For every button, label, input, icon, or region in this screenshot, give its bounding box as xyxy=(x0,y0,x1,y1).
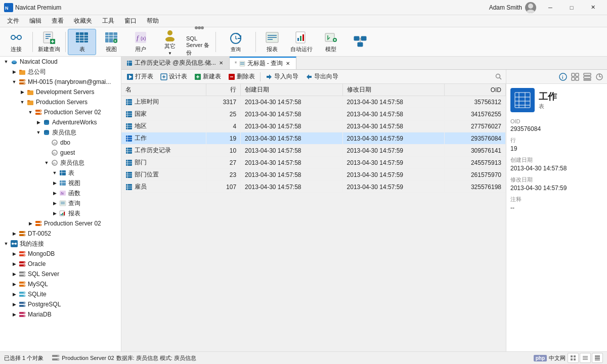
sidebar-item-oracle[interactable]: ▶ Oracle xyxy=(0,259,121,269)
new-table-button[interactable]: 新建表 xyxy=(191,71,224,82)
sidebar-item-zongsi[interactable]: ▶ 总公司 xyxy=(0,67,121,77)
tabs-bar: 工作历史记录 @庾员信息.储... ✕ * 无标题 - 查询 ✕ xyxy=(121,57,607,70)
svg-rect-207 xyxy=(513,90,532,110)
sidebar-item-adventureworks[interactable]: ▶ AdventureWorks xyxy=(0,117,121,127)
svg-rect-55 xyxy=(358,42,363,47)
sidebar-item-mariadb[interactable]: ▶ MariaDB xyxy=(0,309,121,320)
sidebar-item-my-connections[interactable]: ▼ 我的连接 xyxy=(0,239,121,249)
table-row[interactable]: 工作 19 2013-04-30 14:57:58 2013-04-30 14:… xyxy=(121,132,506,145)
sidebar-item-dt0052[interactable]: ▶ DT-0052 xyxy=(0,229,121,239)
search-button[interactable] xyxy=(494,72,504,82)
props-info-button[interactable]: i xyxy=(557,71,569,82)
table-row[interactable]: 地区 4 2013-04-30 14:57:58 2013-04-30 14:5… xyxy=(121,120,506,132)
sidebar-item-functions[interactable]: ▶ fx 函数 xyxy=(0,188,121,198)
cell-modified: 2013-04-30 14:57:59 xyxy=(342,169,444,181)
function-button[interactable]: f(x) 用户 xyxy=(126,29,155,55)
sidebar-item-reports[interactable]: ▶ 报表 xyxy=(0,208,121,218)
model-button[interactable] xyxy=(346,29,374,55)
table-row[interactable]: 部门 27 2013-04-30 14:57:58 2013-04-30 14:… xyxy=(121,157,506,169)
props-btn4[interactable] xyxy=(594,71,605,82)
new-query-icon xyxy=(41,30,57,44)
sidebar-item-guest[interactable]: ▶ db guest xyxy=(0,148,121,158)
mongodb-label: MongoDB xyxy=(28,250,55,257)
status-list-view[interactable] xyxy=(580,353,591,363)
postgresql-icon xyxy=(18,300,26,308)
props-btn3[interactable] xyxy=(582,71,593,82)
status-detail-view[interactable] xyxy=(592,353,603,363)
col-rows: 行 xyxy=(206,84,241,96)
svg-rect-203 xyxy=(584,79,591,80)
minimize-button[interactable]: ─ xyxy=(540,0,560,15)
open-table-button[interactable]: 打开表 xyxy=(123,71,156,82)
sidebar-item-prod-server-02b[interactable]: ▶ Production Server 02 xyxy=(0,218,121,229)
cell-oid: 309576141 xyxy=(445,145,506,157)
sidebar-item-mysql[interactable]: ▶ MySQL xyxy=(0,279,121,289)
sidebar-item-dev-servers[interactable]: ▶ Development Servers xyxy=(0,87,121,97)
sidebar-item-postgresql[interactable]: ▶ PostgreSQL xyxy=(0,299,121,309)
sidebar-item-sqlite[interactable]: ▶ SQLite xyxy=(0,289,121,299)
table-container[interactable]: 名 行 创建日期 修改日期 OID xyxy=(121,84,506,351)
col-oid: OID xyxy=(445,84,506,96)
table-row[interactable]: 部门位置 23 2013-04-30 14:57:58 2013-04-30 1… xyxy=(121,169,506,181)
backup-button[interactable]: 查询 xyxy=(218,29,253,55)
import-wizard-button[interactable]: 导入向导 xyxy=(263,71,301,82)
table-label: 表 xyxy=(79,46,85,53)
menu-tools[interactable]: 工具 xyxy=(97,16,119,26)
connect-button[interactable]: 连接 xyxy=(2,29,30,55)
report-button[interactable]: 自动运行 xyxy=(287,29,316,55)
view-button[interactable]: 视图 xyxy=(97,29,125,55)
sidebar-item-prod-server-02[interactable]: ▼ Production Server 02 xyxy=(0,107,121,117)
table-row[interactable]: 上班时间 3317 2013-04-30 14:57:58 2013-04-30… xyxy=(121,96,506,108)
sidebar-item-tables[interactable]: ▼ 表 xyxy=(0,168,121,178)
history-tab-close[interactable]: ✕ xyxy=(218,60,224,66)
close-button[interactable]: ✕ xyxy=(583,0,603,15)
sidebar-item-queries[interactable]: ▶ 查询 xyxy=(0,198,121,208)
design-table-button[interactable]: 设计表 xyxy=(157,71,190,82)
table-button[interactable]: 表 xyxy=(68,29,96,55)
table-row[interactable]: 雇员 107 2013-04-30 14:57:58 2013-04-30 14… xyxy=(121,181,506,193)
props-btn2[interactable] xyxy=(570,71,581,82)
user-button[interactable]: 其它 ▼ xyxy=(156,29,184,55)
automation-icon xyxy=(323,30,338,44)
svg-rect-91 xyxy=(60,180,66,186)
sidebar-item-dbo[interactable]: ▶ db dbo xyxy=(0,138,121,148)
menu-edit[interactable]: 编辑 xyxy=(24,16,47,26)
sidebar-item-mh0015[interactable]: ▼ MH-0015 (marybrown@gmai... xyxy=(0,77,121,87)
menu-file[interactable]: 文件 xyxy=(2,16,24,26)
expand-icon: ▶ xyxy=(10,68,18,76)
maximize-button[interactable]: □ xyxy=(561,0,582,15)
sidebar-scroll[interactable]: ▼ Navicat Cloud ▶ 总公司 ▼ MH-00 xyxy=(0,57,121,351)
tab-query[interactable]: * 无标题 - 查询 ✕ xyxy=(230,57,296,69)
automation-button[interactable]: 模型 xyxy=(317,29,345,55)
sidebar-item-sqlserver[interactable]: ▶ SQL Server xyxy=(0,269,121,279)
sidebar-item-prod-servers[interactable]: ▼ Production Servers xyxy=(0,97,121,107)
table-row[interactable]: 国家 25 2013-04-30 14:57:58 2013-04-30 14:… xyxy=(121,108,506,120)
expand-icon: ▶ xyxy=(10,230,18,238)
export-wizard-button[interactable]: 导出向导 xyxy=(302,71,341,82)
prod-server-02-label: Production Server 02 xyxy=(44,109,101,116)
delete-table-button[interactable]: 删除表 xyxy=(225,71,258,82)
query-button[interactable]: 报表 xyxy=(258,29,286,55)
toolbar-separator-3 xyxy=(215,32,216,52)
props-table-icon xyxy=(510,88,535,112)
sidebar-item-navicat-cloud[interactable]: ▼ Navicat Cloud xyxy=(0,57,121,67)
sidebar-item-views[interactable]: ▶ 视图 xyxy=(0,178,121,188)
queries-label: 查询 xyxy=(68,199,80,208)
menu-favorites[interactable]: 收藏夹 xyxy=(69,16,97,26)
query-tab-close[interactable]: ✕ xyxy=(285,60,291,67)
php-badge[interactable]: php xyxy=(534,355,547,361)
status-grid-view[interactable] xyxy=(568,353,579,363)
svg-rect-53 xyxy=(354,36,359,40)
menu-view[interactable]: 查看 xyxy=(47,16,69,26)
menu-window[interactable]: 窗口 xyxy=(119,16,142,26)
menu-help[interactable]: 帮助 xyxy=(142,16,164,26)
new-query-button[interactable]: 新建查询 xyxy=(35,29,63,55)
sidebar-item-yuangongxinxi2[interactable]: ▼ db 庾员信息 xyxy=(0,158,121,168)
sidebar: ▼ Navicat Cloud ▶ 总公司 ▼ MH-00 xyxy=(0,57,121,351)
tab-history[interactable]: 工作历史记录 @庾员信息.储... ✕ xyxy=(121,57,230,69)
sidebar-item-mongodb[interactable]: ▶ MongoDB xyxy=(0,249,121,259)
table-row[interactable]: 工作历史记录 10 2013-04-30 14:57:58 2013-04-30… xyxy=(121,145,506,157)
sidebar-item-yuangongxinxi[interactable]: ▼ 庾员信息 xyxy=(0,127,121,138)
other-button[interactable]: SQL Server 备份 ▼ xyxy=(185,29,213,55)
svg-rect-47 xyxy=(300,36,301,41)
